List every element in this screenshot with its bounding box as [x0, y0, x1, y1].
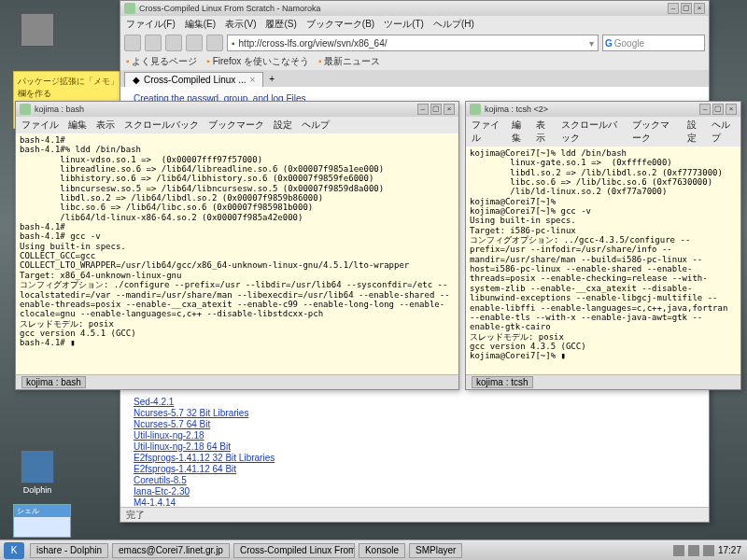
bookmark-item[interactable]: 最新ニュース: [318, 55, 380, 68]
bookmark-item[interactable]: よく見るページ: [126, 55, 197, 68]
shell-panel[interactable]: シェル: [13, 504, 71, 538]
menu-item[interactable]: ブックマーク: [208, 119, 264, 132]
content-link[interactable]: Ncurses-5.7 64 Bit: [134, 419, 696, 429]
window-title: Cross-Compiled Linux From Scratch - Namo…: [139, 4, 321, 13]
browser-tab[interactable]: ◆ Cross-Compiled Linux ... ×: [124, 72, 263, 87]
task-label: emacs@Corei7.linet.gr.jp: [119, 545, 223, 555]
desktop-icon-dolphin[interactable]: Dolphin: [17, 450, 58, 495]
taskbar-task[interactable]: SMPlayer: [409, 543, 462, 558]
terminal-footer: kojima : tcsh: [466, 374, 740, 389]
home-button[interactable]: [206, 35, 223, 51]
content-link[interactable]: Iana-Etc-2.30: [134, 486, 696, 497]
menu-item[interactable]: ヘルプ(H): [433, 18, 474, 31]
minimize-button[interactable]: –: [699, 104, 711, 115]
maximize-button[interactable]: ▢: [712, 104, 724, 115]
content-link[interactable]: E2fsprogs-1.41.12 32 Bit Libraries: [134, 453, 696, 463]
maximize-button[interactable]: ▢: [681, 3, 692, 14]
desktop-icon[interactable]: [17, 13, 58, 49]
taskbar-task[interactable]: Konsole: [359, 543, 405, 558]
tray-icon[interactable]: [688, 545, 699, 556]
window-title: kojima : bash: [35, 105, 84, 114]
dropdown-icon[interactable]: ▾: [589, 38, 594, 49]
sticky-line: パッケージ拡張に「メモ」欄を作る: [18, 76, 122, 100]
menu-item[interactable]: ツール(T): [384, 18, 424, 31]
back-button[interactable]: [124, 35, 141, 51]
tray-icon[interactable]: [703, 545, 714, 556]
menu-item[interactable]: ファイル(F): [126, 18, 176, 31]
clock[interactable]: 17:27: [718, 545, 741, 555]
minimize-button[interactable]: –: [668, 3, 679, 14]
menu-item[interactable]: スクロールバック: [561, 119, 623, 145]
minimize-button[interactable]: –: [417, 104, 429, 115]
terminal-titlebar[interactable]: kojima : tcsh <2> – ▢ ×: [466, 102, 740, 117]
terminal-window-tcsh[interactable]: kojima : tcsh <2> – ▢ × ファイル 編集 表示 スクロール…: [465, 101, 741, 390]
terminal-titlebar[interactable]: kojima : bash – ▢ ×: [16, 102, 458, 117]
browser-statusbar: 完了: [120, 507, 709, 522]
task-label: Cross-Compiled Linux From S...: [240, 545, 355, 555]
menu-item[interactable]: ブックマーク: [632, 119, 678, 145]
tab-favicon: ◆: [133, 75, 140, 85]
bookmark-bar: よく見るページ Firefox を使いこなそう 最新ニュース: [120, 53, 709, 70]
menu-item[interactable]: 表示: [536, 119, 551, 145]
new-tab-button[interactable]: +: [263, 72, 280, 87]
content-link[interactable]: Util-linux-ng-2.18 64 Bit: [134, 441, 696, 452]
search-input[interactable]: G Google: [602, 35, 705, 51]
menu-item[interactable]: 編集: [512, 119, 527, 145]
maximize-button[interactable]: ▢: [430, 104, 442, 115]
menu-item[interactable]: 表示(V): [225, 18, 256, 31]
terminal-menubar: ファイル 編集 表示 スクロールバック ブックマーク 設定 ヘルプ: [466, 117, 740, 147]
content-link[interactable]: Ncurses-5.7 32 Bit Libraries: [134, 408, 696, 418]
content-link[interactable]: M4-1.4.14: [134, 497, 696, 507]
stop-button[interactable]: [186, 35, 203, 51]
menu-item[interactable]: スクロールバック: [124, 119, 199, 132]
browser-menubar: ファイル(F) 編集(E) 表示(V) 履歴(S) ブックマーク(B) ツール(…: [120, 16, 709, 33]
terminal-output[interactable]: kojima@Corei7[~]% ldd /bin/bash linux-ga…: [466, 147, 740, 374]
content-link[interactable]: Util-linux-ng-2.18: [134, 430, 696, 441]
tab-bar: ◆ Cross-Compiled Linux ... × +: [120, 70, 709, 87]
menu-item[interactable]: 編集: [68, 119, 87, 132]
menu-item[interactable]: ブックマーク(B): [306, 18, 374, 31]
close-button[interactable]: ×: [694, 3, 705, 14]
taskbar-task[interactable]: emacs@Corei7.linet.gr.jp: [112, 543, 230, 558]
content-link[interactable]: Sed-4.2.1: [134, 397, 696, 407]
content-link[interactable]: Coreutils-8.5: [134, 475, 696, 485]
terminal-tab-label[interactable]: kojima : bash: [21, 376, 86, 388]
tab-close-icon[interactable]: ×: [249, 75, 255, 85]
menu-item[interactable]: ヘルプ: [302, 119, 330, 132]
terminal-menubar: ファイル 編集 表示 スクロールバック ブックマーク 設定 ヘルプ: [16, 117, 458, 133]
url-text: http://cross-lfs.org/view/svn/x86_64/: [239, 38, 388, 49]
taskbar: K ishare - Dolphin emacs@Corei7.linet.gr…: [0, 539, 747, 560]
menu-item[interactable]: 編集(E): [185, 18, 216, 31]
browser-toolbar: ▪ http://cross-lfs.org/view/svn/x86_64/ …: [120, 33, 709, 53]
window-title: kojima : tcsh <2>: [485, 105, 548, 114]
tab-label: Cross-Compiled Linux ...: [144, 75, 246, 85]
content-link[interactable]: E2fsprogs-1.41.12 64 Bit: [134, 464, 696, 474]
taskbar-task[interactable]: Cross-Compiled Linux From S...: [233, 543, 355, 558]
app-icon: [124, 3, 135, 14]
terminal-output[interactable]: bash-4.1# bash-4.1#% ldd /bin/bash linux…: [16, 133, 458, 374]
start-button[interactable]: K: [4, 542, 24, 559]
browser-titlebar[interactable]: Cross-Compiled Linux From Scratch - Namo…: [120, 1, 709, 16]
menu-item[interactable]: ファイル: [472, 119, 502, 145]
status-text: 完了: [126, 509, 145, 522]
url-input[interactable]: ▪ http://cross-lfs.org/view/svn/x86_64/ …: [227, 35, 599, 51]
menu-item[interactable]: 表示: [96, 119, 115, 132]
reload-button[interactable]: [165, 35, 182, 51]
bookmark-item[interactable]: Firefox を使いこなそう: [206, 55, 309, 68]
menu-item[interactable]: 設定: [687, 119, 702, 145]
close-button[interactable]: ×: [726, 104, 737, 115]
terminal-window-bash[interactable]: kojima : bash – ▢ × ファイル 編集 表示 スクロールバック …: [15, 101, 459, 390]
task-label: Konsole: [365, 545, 399, 555]
forward-button[interactable]: [145, 35, 162, 51]
close-button[interactable]: ×: [444, 104, 455, 115]
terminal-tab-label[interactable]: kojima : tcsh: [472, 376, 533, 388]
menu-item[interactable]: ファイル: [21, 119, 59, 132]
dolphin-icon: [21, 450, 54, 483]
site-icon: ▪: [232, 38, 235, 49]
desktop: パッケージ拡張に「メモ」欄を作る パッケージ本体のコピー & ダウンロード関係 …: [0, 0, 747, 560]
menu-item[interactable]: 履歴(S): [265, 18, 296, 31]
taskbar-task[interactable]: ishare - Dolphin: [30, 543, 108, 558]
menu-item[interactable]: 設定: [274, 119, 292, 132]
menu-item[interactable]: ヘルプ: [712, 119, 735, 145]
tray-icon[interactable]: [673, 545, 684, 556]
